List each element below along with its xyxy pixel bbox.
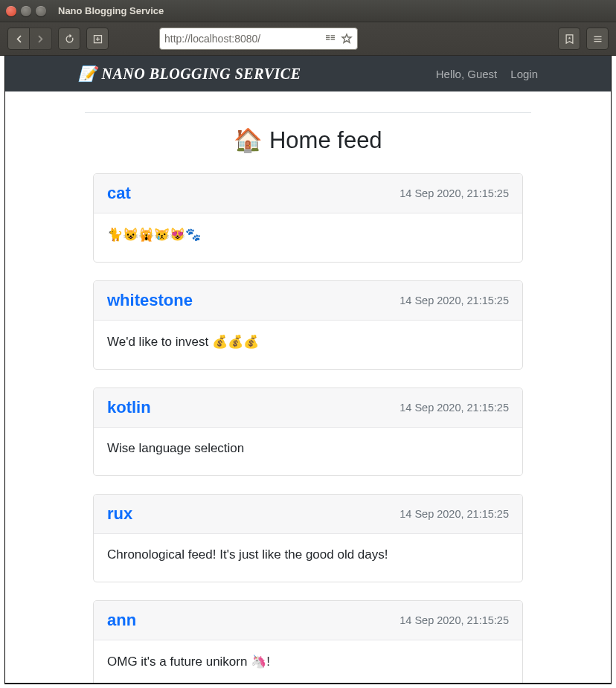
reload-button[interactable] — [58, 28, 80, 50]
back-button[interactable] — [7, 28, 30, 50]
post-card: cat 14 Sep 2020, 21:15:25 🐈😺🙀😿😻🐾 — [93, 173, 523, 263]
app-navbar: 📝 NANO BLOGGING SERVICE Hello, Guest Log… — [5, 56, 611, 91]
post-author-link[interactable]: rux — [107, 504, 132, 524]
post-card: whitestone 14 Sep 2020, 21:15:25 We'd li… — [93, 280, 523, 370]
url-bar[interactable] — [159, 28, 358, 50]
forward-button[interactable] — [30, 28, 52, 50]
home-button[interactable] — [86, 28, 109, 50]
login-link[interactable]: Login — [510, 68, 538, 80]
menu-button[interactable] — [586, 28, 609, 50]
nav-right: Hello, Guest Login — [436, 68, 538, 80]
brand-text: NANO BLOGGING SERVICE — [102, 65, 301, 83]
chevron-left-icon — [13, 33, 25, 45]
brand-link[interactable]: 📝 NANO BLOGGING SERVICE — [78, 65, 301, 83]
main-container: 🏠 Home feed cat 14 Sep 2020, 21:15:25 🐈😺… — [77, 112, 539, 684]
post-body: 🐈😺🙀😿😻🐾 — [94, 213, 522, 262]
browser-toolbar — [0, 22, 616, 56]
reader-mode-icon[interactable] — [324, 33, 336, 45]
post-timestamp: 14 Sep 2020, 21:15:25 — [400, 614, 509, 626]
post-body: Wise language selection — [94, 428, 522, 475]
post-timestamp: 14 Sep 2020, 21:15:25 — [400, 295, 509, 306]
post-body: OMG it's a future unikorn 🦄! — [94, 640, 522, 684]
reload-icon — [64, 33, 75, 45]
greeting-text: Hello, Guest — [436, 68, 498, 80]
feed-title: 🏠 Home feed — [85, 126, 531, 154]
post-timestamp: 14 Sep 2020, 21:15:25 — [400, 402, 509, 414]
window-minimize-button[interactable] — [21, 6, 31, 16]
post-author-link[interactable]: kotlin — [107, 398, 151, 417]
window-titlebar: Nano Blogging Service — [0, 0, 616, 22]
star-icon[interactable] — [341, 33, 353, 45]
post-card: kotlin 14 Sep 2020, 21:15:25 Wise langua… — [93, 388, 523, 476]
post-header: kotlin 14 Sep 2020, 21:15:25 — [94, 388, 522, 428]
chevron-right-icon — [35, 33, 46, 45]
page-viewport[interactable]: 📝 NANO BLOGGING SERVICE Hello, Guest Log… — [4, 56, 612, 684]
divider — [85, 112, 531, 113]
bookmarks-button[interactable] — [558, 28, 580, 50]
post-timestamp: 14 Sep 2020, 21:15:25 — [400, 187, 509, 199]
post-header: whitestone 14 Sep 2020, 21:15:25 — [94, 281, 522, 321]
window-close-button[interactable] — [6, 6, 16, 16]
post-author-link[interactable]: cat — [107, 184, 131, 203]
bookmark-star-icon — [564, 33, 575, 45]
window-maximize-button[interactable] — [36, 6, 46, 16]
post-header: rux 14 Sep 2020, 21:15:25 — [94, 495, 522, 534]
home-plus-icon — [92, 33, 103, 45]
post-header: ann 14 Sep 2020, 21:15:25 — [94, 601, 522, 640]
post-author-link[interactable]: ann — [107, 611, 136, 630]
nav-buttons — [7, 28, 52, 50]
hamburger-icon — [592, 33, 603, 45]
url-input[interactable] — [164, 33, 320, 45]
post-header: cat 14 Sep 2020, 21:15:25 — [94, 174, 522, 213]
window-title: Nano Blogging Service — [58, 5, 164, 16]
post-timestamp: 14 Sep 2020, 21:15:25 — [400, 508, 509, 520]
post-card: rux 14 Sep 2020, 21:15:25 Chronological … — [93, 494, 523, 582]
post-body: Chronological feed! It's just like the g… — [94, 534, 522, 582]
window-controls — [6, 6, 46, 16]
post-author-link[interactable]: whitestone — [107, 291, 193, 310]
post-body: We'd like to invest 💰💰💰 — [94, 321, 522, 369]
post-card: ann 14 Sep 2020, 21:15:25 OMG it's a fut… — [93, 600, 523, 684]
memo-icon: 📝 — [78, 65, 97, 83]
